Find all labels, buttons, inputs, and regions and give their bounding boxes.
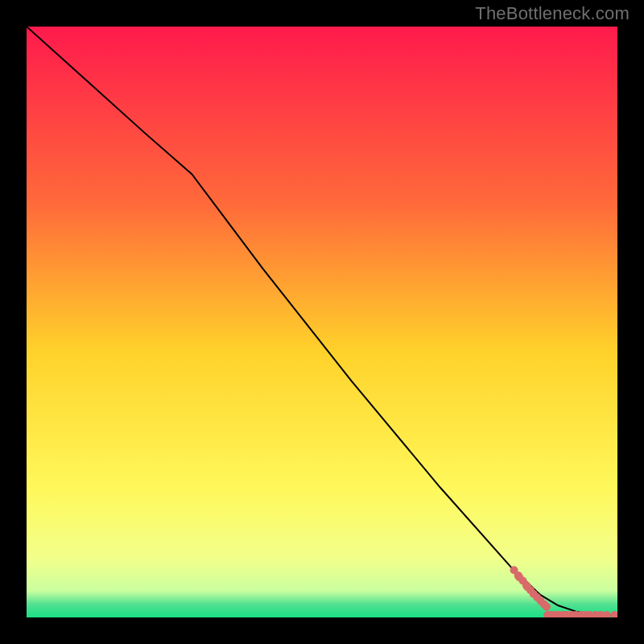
gradient-background	[27, 27, 617, 617]
chart-svg	[27, 27, 617, 617]
chart-frame: TheBottleneck.com	[0, 0, 644, 644]
scatter-point	[543, 603, 551, 611]
plot-area	[27, 27, 617, 617]
attribution-text: TheBottleneck.com	[475, 3, 630, 24]
